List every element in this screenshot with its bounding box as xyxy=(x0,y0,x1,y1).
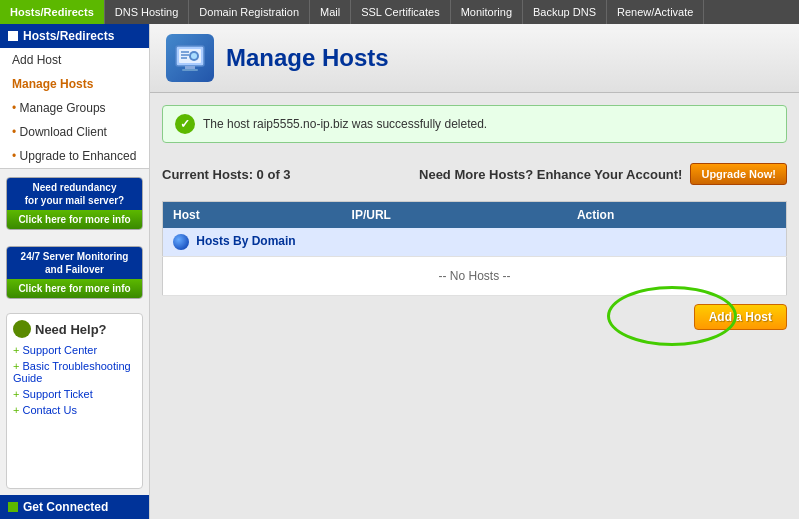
hosts-info-bar: Current Hosts: 0 of 3 Need More Hosts? E… xyxy=(162,155,787,193)
sidebar-help-box: Need Help? Support Center Basic Troubles… xyxy=(6,313,143,489)
section-icon xyxy=(8,31,18,41)
sidebar: Hosts/Redirects Add Host Manage Hosts Ma… xyxy=(0,24,150,519)
sidebar-section-title: Hosts/Redirects xyxy=(0,24,149,48)
sidebar-menu: Add Host Manage Hosts Manage Groups Down… xyxy=(0,48,149,169)
success-icon: ✓ xyxy=(175,114,195,134)
nav-monitoring[interactable]: Monitoring xyxy=(451,0,523,24)
sidebar-help-support-center[interactable]: Support Center xyxy=(13,342,136,358)
nav-dns-hosting[interactable]: DNS Hosting xyxy=(105,0,190,24)
sidebar-ad-mail: Need redundancy for your mail server? Cl… xyxy=(6,177,143,230)
sidebar-item-download-client[interactable]: Download Client xyxy=(0,120,149,144)
sidebar-ad-monitoring-btn[interactable]: Click here for more info xyxy=(7,279,142,298)
col-ip: IP/URL xyxy=(342,202,567,229)
svg-rect-3 xyxy=(182,69,198,71)
sidebar-item-add-host[interactable]: Add Host xyxy=(0,48,149,72)
svg-rect-2 xyxy=(185,66,195,69)
domain-row-cell: Hosts By Domain xyxy=(163,228,787,257)
col-action: Action xyxy=(567,202,787,229)
sidebar-help-support-ticket[interactable]: Support Ticket xyxy=(13,386,136,402)
svg-point-5 xyxy=(191,53,197,59)
nav-ssl-certificates[interactable]: SSL Certificates xyxy=(351,0,450,24)
manage-hosts-icon xyxy=(166,34,214,82)
domain-globe-icon xyxy=(173,234,189,250)
hosts-upgrade: Need More Hosts? Enhance Your Account! U… xyxy=(419,163,787,185)
help-person-icon xyxy=(13,320,31,338)
nav-renew-activate[interactable]: Renew/Activate xyxy=(607,0,704,24)
sidebar-help-title: Need Help? xyxy=(13,320,136,338)
top-nav: Hosts/Redirects DNS Hosting Domain Regis… xyxy=(0,0,799,24)
sidebar-item-manage-groups[interactable]: Manage Groups xyxy=(0,96,149,120)
sidebar-item-upgrade-enhanced[interactable]: Upgrade to Enhanced xyxy=(0,144,149,168)
nav-mail[interactable]: Mail xyxy=(310,0,351,24)
success-text: The host raip5555.no-ip.biz was successf… xyxy=(203,117,487,131)
add-host-button[interactable]: Add a Host xyxy=(694,304,787,330)
table-row-empty: -- No Hosts -- xyxy=(163,257,787,296)
sidebar-item-manage-hosts[interactable]: Manage Hosts xyxy=(0,72,149,96)
sidebar-bottom-get-connected[interactable]: Get Connected xyxy=(0,495,149,519)
main-content: Manage Hosts ✓ The host raip5555.no-ip.b… xyxy=(150,24,799,519)
sidebar-ad-monitoring-header: 24/7 Server Monitoring and Failover xyxy=(7,247,142,279)
get-connected-icon xyxy=(8,502,18,512)
sidebar-section-label: Hosts/Redirects xyxy=(23,29,114,43)
sidebar-help-contact-us[interactable]: Contact Us xyxy=(13,402,136,418)
page-title: Manage Hosts xyxy=(226,44,389,72)
sidebar-ad-mail-btn[interactable]: Click here for more info xyxy=(7,210,142,229)
upgrade-text: Need More Hosts? Enhance Your Account! xyxy=(419,167,682,182)
hosts-table: Host IP/URL Action Hosts By Domain -- No… xyxy=(162,201,787,296)
main-body: ✓ The host raip5555.no-ip.biz was succes… xyxy=(150,93,799,519)
col-host: Host xyxy=(163,202,342,229)
upgrade-now-button[interactable]: Upgrade Now! xyxy=(690,163,787,185)
nav-backup-dns[interactable]: Backup DNS xyxy=(523,0,607,24)
table-row-domain[interactable]: Hosts By Domain xyxy=(163,228,787,257)
sidebar-ad-mail-header: Need redundancy for your mail server? xyxy=(7,178,142,210)
empty-cell: -- No Hosts -- xyxy=(163,257,787,296)
layout: Hosts/Redirects Add Host Manage Hosts Ma… xyxy=(0,24,799,519)
success-banner: ✓ The host raip5555.no-ip.biz was succes… xyxy=(162,105,787,143)
nav-hosts-redirects[interactable]: Hosts/Redirects xyxy=(0,0,105,24)
hosts-count: Current Hosts: 0 of 3 xyxy=(162,167,291,182)
sidebar-help-basic-troubleshooting[interactable]: Basic Troubleshooting Guide xyxy=(13,358,136,386)
main-header: Manage Hosts xyxy=(150,24,799,93)
nav-domain-registration[interactable]: Domain Registration xyxy=(189,0,310,24)
sidebar-ad-monitoring: 24/7 Server Monitoring and Failover Clic… xyxy=(6,246,143,299)
add-host-area: Add a Host xyxy=(162,296,787,338)
